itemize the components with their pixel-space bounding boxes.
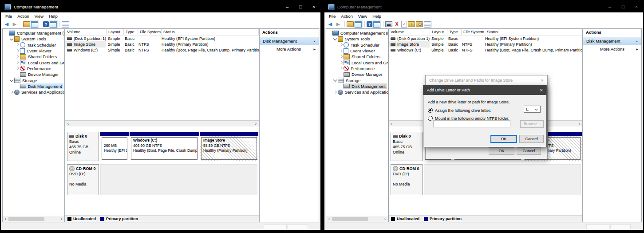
column-header[interactable]: Volume <box>389 29 430 35</box>
column-header[interactable]: Status <box>485 29 582 35</box>
maximize-button[interactable]: □ <box>616 1 630 12</box>
scroll-right-icon[interactable]: › <box>577 121 582 126</box>
menu-item[interactable]: File <box>3 14 15 19</box>
tree-chevron-icon[interactable] <box>15 60 20 65</box>
mount-path-input[interactable] <box>433 120 510 127</box>
tree-item[interactable]: System Tools <box>326 36 388 42</box>
show-console-tree-icon[interactable] <box>31 21 38 28</box>
tree-item[interactable]: Device Manager <box>3 71 64 77</box>
tree-chevron-icon[interactable] <box>333 37 337 41</box>
tree-item[interactable]: Local Users and Groups <box>3 59 64 65</box>
close-icon[interactable]: × <box>540 87 543 93</box>
close-icon[interactable]: × <box>541 78 544 83</box>
show-actions-pane-icon[interactable] <box>373 21 380 28</box>
tree-item[interactable]: Computer Management (Local <box>326 30 388 36</box>
tree-item[interactable]: Shared Folders <box>3 54 64 59</box>
console-icon[interactable] <box>385 21 392 27</box>
tree-item[interactable]: Shared Folders <box>326 54 388 59</box>
tree-item[interactable]: Performance <box>326 66 388 71</box>
tree-chevron-icon[interactable] <box>9 37 14 41</box>
tree-item[interactable]: Computer Management (Local <box>3 30 64 36</box>
cdrom0-label[interactable]: CD-ROM 0 DVD (D:) No Media <box>391 164 423 195</box>
separator[interactable] <box>364 21 365 27</box>
tree-chevron-icon[interactable] <box>333 90 337 95</box>
tree-chevron-icon[interactable] <box>15 55 20 59</box>
menu-item[interactable]: Action <box>15 14 32 19</box>
ok-button[interactable]: OK <box>489 147 514 155</box>
volume-row[interactable]: (Disk 0 partition 1) Simple Basic Health… <box>65 36 259 41</box>
tree-item[interactable]: Disk Management <box>326 83 388 89</box>
tree-item[interactable]: Event Viewer <box>326 48 388 54</box>
tree-item[interactable]: Event Viewer <box>3 48 64 54</box>
column-header[interactable]: Status <box>162 29 259 35</box>
forward-icon[interactable]: ▶ <box>335 21 342 28</box>
scroll-left-icon[interactable]: ‹ <box>3 216 8 222</box>
close-button[interactable]: × <box>630 1 643 12</box>
partition[interactable]: Image Store 58.59 GB NTFS Healthy (Prima… <box>200 132 258 161</box>
tree-chevron-icon[interactable] <box>15 49 20 53</box>
browse-button[interactable]: Browse... <box>520 120 544 128</box>
tree-horizontal-scrollbar[interactable]: ‹ › <box>326 216 388 222</box>
properties-icon[interactable] <box>424 21 431 28</box>
separator[interactable] <box>41 21 41 27</box>
separator[interactable] <box>344 21 345 27</box>
radio-selected-icon[interactable] <box>428 108 433 113</box>
tree-chevron-icon[interactable] <box>339 84 343 88</box>
help-icon[interactable]: ? <box>367 21 372 27</box>
column-header[interactable]: Volume <box>65 29 107 35</box>
tree-chevron-icon[interactable] <box>339 49 343 53</box>
radio-unselected-icon[interactable] <box>428 116 433 121</box>
minimize-button[interactable]: – <box>281 1 294 12</box>
volume-row[interactable]: Image Store Simple Basic NTFS Healthy (P… <box>389 41 582 47</box>
cancel-button[interactable]: Cancel <box>517 147 541 155</box>
ok-button[interactable]: OK <box>490 135 517 143</box>
tree-chevron-icon[interactable] <box>339 43 343 47</box>
tree-item[interactable]: Services and Applications <box>3 89 64 95</box>
volume-row[interactable]: Windows (C:) Simple Basic NTFS Healthy (… <box>389 47 582 53</box>
volume-row[interactable]: Image Store Simple Basic NTFS Healthy (P… <box>65 41 259 47</box>
scrollbar-thumb[interactable] <box>332 217 368 221</box>
column-header[interactable]: Layout <box>430 29 447 35</box>
menu-item[interactable]: Action <box>338 14 355 19</box>
partition[interactable]: Windows (C:) 406.90 GB NTFS Healthy (Boo… <box>130 132 199 161</box>
menu-item[interactable]: View <box>356 14 370 19</box>
tree-chevron-icon[interactable] <box>339 72 343 77</box>
drive-letter-select[interactable]: E <box>524 106 541 113</box>
tree-item[interactable]: Services and Applications <box>326 89 388 95</box>
scroll-left-icon[interactable]: ‹ <box>326 216 332 222</box>
back-icon[interactable]: ◀ <box>3 21 10 28</box>
tree-chevron-icon[interactable] <box>15 72 20 77</box>
scroll-left-icon[interactable]: ‹ <box>389 121 395 126</box>
more-actions-item[interactable]: More Actions ▶ <box>260 45 319 53</box>
scroll-right-icon[interactable]: › <box>382 216 388 222</box>
tree-item[interactable]: Storage <box>326 77 388 83</box>
disk0-label[interactable]: Disk 0 Basic 465.75 GB Online <box>67 132 99 161</box>
menu-item[interactable]: View <box>32 14 46 19</box>
column-header[interactable]: Type <box>447 29 462 35</box>
find-folder-icon[interactable] <box>416 21 423 27</box>
tree-chevron-icon[interactable] <box>9 78 14 83</box>
export-list-icon[interactable] <box>23 21 30 27</box>
tree-chevron-icon[interactable] <box>339 66 343 71</box>
export-list-icon[interactable] <box>347 21 354 27</box>
back-icon[interactable]: ◀ <box>327 21 334 28</box>
menu-item[interactable]: File <box>326 14 338 19</box>
volume-row[interactable]: (Disk 0 partition 1) Simple Basic Health… <box>389 36 582 41</box>
tree-item[interactable]: Storage <box>3 77 64 83</box>
scrollbar-thumb[interactable] <box>8 217 44 221</box>
column-header[interactable]: Layout <box>107 29 124 35</box>
separator[interactable] <box>383 21 383 27</box>
scroll-right-icon[interactable]: › <box>253 121 259 126</box>
cancel-button[interactable]: Cancel <box>519 135 544 143</box>
tree-item[interactable]: Device Manager <box>326 71 388 77</box>
tree-chevron-icon[interactable] <box>15 66 20 71</box>
tree-horizontal-scrollbar[interactable]: ‹ › <box>3 216 64 222</box>
check-document-icon[interactable]: ✓ <box>401 21 407 28</box>
collapse-icon[interactable]: ▲ <box>636 40 638 43</box>
tree-chevron-icon[interactable] <box>339 55 343 59</box>
maximize-button[interactable]: □ <box>294 1 307 12</box>
forward-icon[interactable]: ▶ <box>11 21 18 28</box>
tree-item[interactable]: Performance <box>3 66 64 71</box>
volume-row[interactable]: Windows (C:) Simple Basic NTFS Healthy (… <box>65 47 259 53</box>
separator[interactable] <box>21 21 21 27</box>
